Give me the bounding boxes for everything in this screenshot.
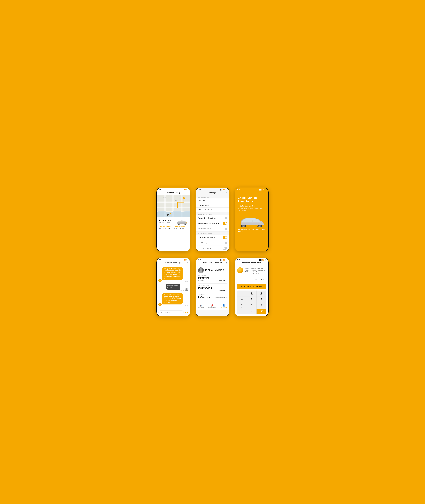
page-title-1: Vehicle Delivery bbox=[166, 192, 180, 194]
arrow-right-icon: → bbox=[238, 205, 239, 207]
status-icons-5: ▌▌▌ 📶 🔋 bbox=[220, 259, 227, 261]
battery-icon-6: 🔋 bbox=[264, 259, 266, 261]
credits-top-row: 👑 Select the amount of credits you would… bbox=[237, 267, 266, 275]
credits-label: Trade Credits bbox=[198, 294, 227, 295]
concierge-close[interactable]: × bbox=[186, 262, 188, 264]
signal-icon-6: ▌▌▌ bbox=[259, 259, 262, 261]
svg-point-23 bbox=[259, 226, 260, 227]
map-area: 👑 🏠 Somerville Cambridge bbox=[157, 195, 190, 217]
plan-label: Your Current Plan bbox=[198, 275, 227, 276]
delivery-info: Scheduled Delivery April 12 - 10:00 AM E… bbox=[159, 225, 188, 229]
see-plans-link[interactable]: See Plans → bbox=[219, 280, 227, 281]
settings-reset-password[interactable]: Reset Password › bbox=[196, 203, 229, 208]
svg-rect-17 bbox=[186, 223, 187, 223]
credits-close[interactable]: × bbox=[265, 262, 266, 264]
settings-header: Settings × bbox=[196, 191, 229, 195]
time-msg-3: 2 min ago bbox=[162, 305, 188, 306]
settings-gear-icon[interactable]: ⚙ bbox=[225, 262, 227, 264]
key-empty bbox=[237, 309, 247, 314]
inapp-delivery-label: Car Delivery Status bbox=[198, 248, 211, 249]
settings-title: Settings bbox=[209, 192, 216, 194]
email-messages-toggle[interactable] bbox=[223, 222, 227, 225]
purchase-credits-link[interactable]: Purchase Credits → bbox=[215, 296, 227, 298]
svg-point-20 bbox=[243, 226, 244, 227]
inapp-mileage-toggle[interactable] bbox=[223, 236, 227, 239]
inventory-nav-icon: 🚘 bbox=[211, 304, 214, 307]
status-icons-3: ▌▌▌ 📶 🔋 bbox=[259, 189, 266, 190]
email-new-messages: New Messages From Concierge bbox=[196, 221, 229, 226]
battery-icon: 🔋 bbox=[186, 189, 188, 190]
key-2[interactable]: 2ABC bbox=[247, 290, 257, 296]
email-mileage-toggle[interactable] bbox=[223, 217, 227, 219]
inapp-messages-toggle[interactable] bbox=[223, 242, 227, 244]
nav-your-account[interactable]: 👤 Your Account bbox=[221, 304, 227, 308]
wifi-icon-2: 📶 bbox=[223, 189, 225, 190]
car-model: 2019 · 911 Carrera S bbox=[159, 222, 171, 223]
inapp-delivery-toggle[interactable] bbox=[223, 247, 227, 249]
status-bar-3: 9:41 ▌▌▌ 📶 🔋 bbox=[235, 188, 268, 191]
phone-settings: 9:41 ▌▌▌ 📶 🔋 Settings × General Settings… bbox=[196, 188, 229, 251]
user-name: Kiel Cummings bbox=[205, 269, 224, 272]
wifi-icon-4: 📶 bbox=[184, 259, 186, 261]
key-4[interactable]: 4GHI bbox=[237, 297, 247, 303]
nav-inventory-label: Vehicle Inventory bbox=[208, 307, 216, 308]
battery-icon-5: 🔋 bbox=[225, 259, 227, 261]
credits-input-row: 4 Total $316.00 bbox=[237, 277, 266, 282]
settings-change-plan[interactable]: Change Eleanor Plan › bbox=[196, 208, 229, 212]
chat-area: 👑 Hi Magnus! My name is Amy. I am messag… bbox=[157, 265, 190, 309]
settings-edit-profile[interactable]: Edit Profile › bbox=[196, 198, 229, 203]
see-details-link[interactable]: See Details → bbox=[219, 289, 227, 291]
status-bar-5: 9:41 ▌▌▌ 📶 🔋 bbox=[196, 258, 229, 261]
key-3[interactable]: 3DEF bbox=[257, 290, 266, 296]
car-nav-icon: 🚗 bbox=[200, 304, 202, 307]
time-3: 9:41 bbox=[237, 189, 240, 190]
status-icons-6: ▌▌▌ 📶 🔋 bbox=[259, 259, 266, 261]
status-bar-4: 9:41 ▌▌▌ 📶 🔋 bbox=[157, 258, 190, 261]
chat-input[interactable] bbox=[159, 310, 184, 314]
key-5[interactable]: 5JKL bbox=[247, 297, 257, 303]
email-delivery-toggle[interactable] bbox=[223, 228, 227, 230]
availability-title: Check Vehicle Availability bbox=[238, 196, 266, 203]
nav-your-vehicle[interactable]: 🚗 Your Vehicle bbox=[198, 304, 204, 308]
key-0[interactable]: 0 bbox=[247, 309, 257, 314]
signin-link[interactable]: Sign In → bbox=[238, 231, 243, 232]
key-7[interactable]: 7PQRS bbox=[237, 303, 247, 309]
key-6[interactable]: 6MNO bbox=[257, 297, 266, 303]
key-1[interactable]: 1 bbox=[237, 290, 247, 296]
svg-rect-24 bbox=[264, 223, 264, 224]
keypad: 1 2ABC 3DEF 4GHI 5JKL 6MNO 7PQRS 8TUV 9W… bbox=[237, 290, 266, 314]
scheduled-label: Scheduled Delivery bbox=[159, 226, 171, 227]
credits-purchase-content: 👑 Select the amount of credits you would… bbox=[235, 265, 268, 316]
car-image bbox=[176, 219, 188, 225]
time-1: 9:41 bbox=[159, 189, 162, 190]
message-2: Hi Amy! That works perfect! 5 min ago bbox=[159, 284, 188, 291]
time-4: 9:41 bbox=[159, 259, 162, 261]
settings-close[interactable]: × bbox=[226, 192, 227, 194]
battery-icon-3: 🔋 bbox=[264, 189, 266, 190]
credits-quantity[interactable]: 4 bbox=[239, 278, 240, 281]
availability-close[interactable]: × bbox=[265, 192, 266, 195]
vehicle-section: Your Current Vehicle Porsche 2019 · 911 … bbox=[198, 285, 227, 291]
send-button[interactable]: Send bbox=[185, 311, 188, 313]
email-messages-label: New Messages From Concierge bbox=[198, 223, 219, 224]
concierge-header: Eleanor Concierge × bbox=[157, 261, 190, 265]
key-8[interactable]: 8TUV bbox=[247, 303, 257, 309]
nav-vehicle-inventory[interactable]: 🚘 Vehicle Inventory bbox=[208, 304, 216, 308]
estimated-arrival: Estimated Arrival Today - 10:32 AM bbox=[174, 226, 185, 229]
message-3: 👑 Ok I am setting this up in our system.… bbox=[159, 293, 188, 306]
status-bar-2: 9:41 ▌▌▌ 📶 🔋 bbox=[196, 188, 229, 191]
account-header: Your Eleanor Account ⚙ bbox=[196, 261, 229, 265]
signal-icon-2: ▌▌▌ bbox=[220, 189, 223, 190]
scheduled-delivery: Scheduled Delivery April 12 - 10:00 AM bbox=[159, 226, 171, 229]
availability-desc: We want to ensure this vehicle is availa… bbox=[238, 208, 266, 211]
key-9[interactable]: 9WXYZ bbox=[257, 303, 266, 309]
key-delete[interactable]: ⌫ bbox=[257, 309, 266, 314]
status-icons-1: ▌▌▌ 📶 🔋 bbox=[181, 189, 188, 190]
checkout-button[interactable]: Proceed To Checkout bbox=[237, 284, 266, 289]
inapp-approaching-mileage: Approaching Mileage Limit bbox=[196, 235, 229, 240]
svg-text:Cambridge: Cambridge bbox=[174, 200, 178, 201]
svg-point-28 bbox=[199, 268, 202, 271]
phone-account: 9:41 ▌▌▌ 📶 🔋 Your Eleanor Account ⚙ Kiel… bbox=[196, 258, 229, 316]
svg-text:🏠: 🏠 bbox=[167, 215, 169, 216]
back-button[interactable]: ← bbox=[159, 192, 161, 194]
